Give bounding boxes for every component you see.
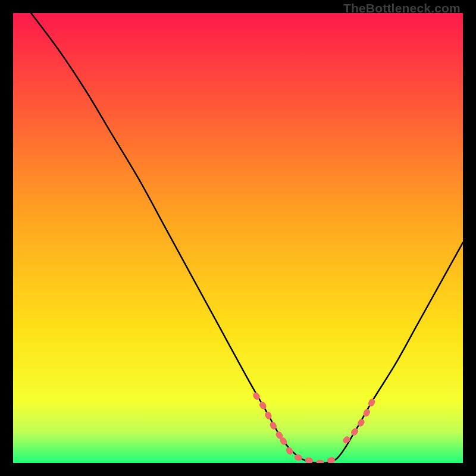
gradient-background bbox=[13, 13, 463, 463]
bottleneck-chart bbox=[13, 13, 463, 463]
chart-frame: TheBottleneck.com bbox=[0, 0, 476, 476]
